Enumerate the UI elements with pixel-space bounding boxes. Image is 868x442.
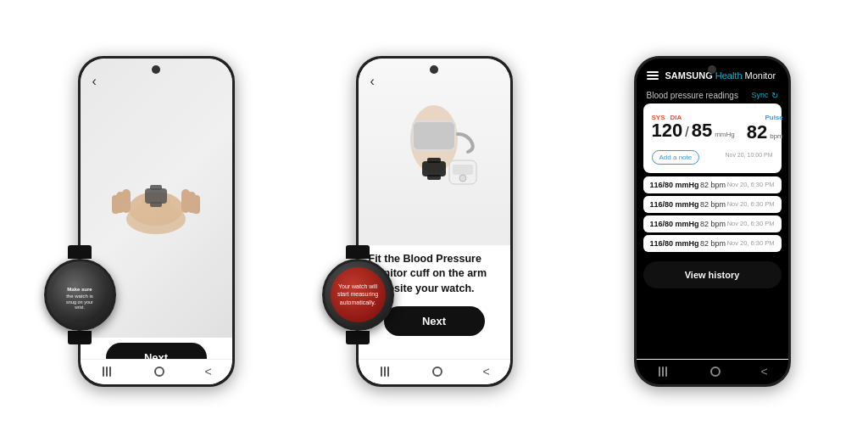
dia-value: 85 — [692, 121, 712, 140]
sys-row: 120 / 85 mmHg — [652, 121, 735, 140]
reading-pulse: 82 bpm — [700, 220, 726, 228]
add-note-button[interactable]: Add a note — [652, 150, 700, 165]
monitor-label: Monitor — [745, 70, 776, 81]
bpm-unit: bpm — [770, 132, 783, 140]
svg-point-23 — [459, 175, 466, 182]
sys-value: 120 — [652, 121, 683, 140]
slash: / — [685, 125, 688, 140]
mmhg-unit: mmHg — [715, 131, 735, 138]
phone2-nav: < — [359, 359, 510, 384]
reading-time: Nov 20, 6:30 PM — [727, 220, 775, 227]
watch2-text: Your watch will start measuring automati… — [336, 283, 381, 305]
health-header: SAMSUNG Health Monitor — [637, 59, 788, 87]
svg-rect-18 — [422, 161, 446, 176]
phone2-next-button[interactable]: Next — [384, 306, 485, 336]
phone3: SAMSUNG Health Monitor Blood pressure re… — [634, 56, 791, 387]
reading-time: Nov 20, 6:30 PM — [727, 181, 775, 188]
svg-rect-5 — [150, 202, 162, 207]
reading-value: 116/80 mmHg — [650, 200, 699, 209]
view-history-button[interactable]: View history — [643, 261, 782, 288]
phone1-nav: < — [81, 359, 232, 384]
nav-circle-icon-3[interactable] — [710, 366, 721, 377]
back-arrow-2[interactable]: ‹ — [370, 74, 375, 89]
pulse-section: Pulse 82 bpm — [747, 114, 783, 143]
health-app-title: SAMSUNG Health Monitor — [665, 70, 776, 81]
pulse-value: 82 — [747, 121, 767, 143]
reading-value: 116/80 mmHg — [650, 220, 699, 228]
reading-pulse: 82 bpm — [700, 239, 726, 248]
watch2-body: Your watch will start measuring automati… — [322, 259, 394, 331]
svg-text:the watch is: the watch is — [66, 294, 93, 299]
bp-values: SYS DIA 120 / 85 mmHg Pulse 82 — [652, 114, 773, 143]
readings-title: Blood pressure readings — [647, 91, 738, 100]
bp-illustration — [359, 59, 510, 245]
bp-reading-list: 116/80 mmHg 82 bpm Nov 20, 6:30 PM 116/8… — [637, 173, 788, 258]
back-arrow-1[interactable]: ‹ — [92, 74, 97, 89]
menu-icon[interactable] — [647, 71, 659, 80]
watch2: Your watch will start measuring automati… — [322, 245, 394, 344]
nav-chevron-icon-1[interactable]: < — [204, 366, 211, 378]
reading-value: 116/80 mmHg — [650, 239, 699, 248]
svg-rect-4 — [150, 185, 162, 190]
nav-lines-icon-1 — [100, 365, 114, 378]
sync-label: Sync — [751, 91, 768, 99]
nav-chevron-icon-3[interactable]: < — [760, 366, 767, 378]
nav-circle-icon-2[interactable] — [432, 366, 442, 377]
svg-rect-19 — [427, 158, 441, 163]
watch1-body: Make sure the watch is snug on your wris… — [44, 259, 116, 331]
scene: ‹ — [0, 0, 868, 442]
watch2-screen: Your watch will start measuring automati… — [331, 267, 386, 322]
pulse-label: Pulse — [765, 114, 782, 121]
watch1: Make sure the watch is snug on your wris… — [44, 245, 116, 344]
phone2-group: ‹ — [356, 56, 513, 387]
latest-date: Nov 20, 10:00 PM — [725, 152, 772, 158]
samsung-label: SAMSUNG — [665, 70, 713, 81]
watch1-screen: Make sure the watch is snug on your wris… — [53, 267, 108, 322]
phone3-nav: < — [637, 359, 788, 384]
watch1-text: wrist. — [75, 305, 85, 311]
bp-reading-item[interactable]: 116/80 mmHg 82 bpm Nov 20, 6:30 PM — [643, 176, 782, 193]
note-row: Add a note Nov 20, 10:00 PM — [652, 143, 773, 166]
bp-reading-item[interactable]: 116/80 mmHg 82 bpm Nov 20, 6:30 PM — [643, 196, 782, 213]
reading-time: Nov 20, 6:30 PM — [727, 239, 775, 247]
svg-rect-8 — [112, 195, 120, 214]
health-label: Health — [715, 70, 743, 81]
sync-icon: ↻ — [771, 91, 778, 100]
reading-value: 116/80 mmHg — [650, 181, 699, 189]
phone1-group: ‹ — [78, 56, 235, 387]
reading-time: Nov 20, 6:30 PM — [727, 200, 775, 208]
svg-rect-20 — [427, 175, 441, 180]
reading-pulse: 82 bpm — [700, 181, 726, 189]
readings-header: Blood pressure readings Sync ↻ — [637, 87, 788, 104]
svg-rect-22 — [453, 165, 473, 175]
nav-lines-icon-3 — [656, 365, 670, 378]
nav-lines-icon-2 — [378, 365, 392, 378]
sync-button[interactable]: Sync ↻ — [751, 91, 777, 100]
nav-chevron-icon-2[interactable]: < — [482, 366, 489, 378]
bp-reading-item[interactable]: 116/80 mmHg 82 bpm Nov 20, 6:30 PM — [643, 215, 782, 232]
bp-cuff-svg — [383, 97, 485, 207]
sys-dia-block: SYS DIA 120 / 85 mmHg — [652, 114, 735, 140]
nav-circle-icon-1[interactable] — [154, 366, 164, 377]
bp-reading-item[interactable]: 116/80 mmHg 82 bpm Nov 20, 6:30 PM — [643, 235, 782, 252]
svg-rect-3 — [145, 188, 167, 204]
phone3-screen: SAMSUNG Health Monitor Blood pressure re… — [637, 59, 788, 384]
svg-text:Make sure: Make sure — [67, 287, 92, 292]
watch1-display: Make sure the watch is snug on your — [63, 279, 97, 305]
svg-rect-17 — [414, 122, 454, 149]
reading-pulse: 82 bpm — [700, 200, 726, 209]
svg-rect-11 — [192, 195, 200, 214]
hand-svg — [101, 143, 211, 253]
bp-main-card: SYS DIA 120 / 85 mmHg Pulse 82 — [643, 104, 782, 173]
